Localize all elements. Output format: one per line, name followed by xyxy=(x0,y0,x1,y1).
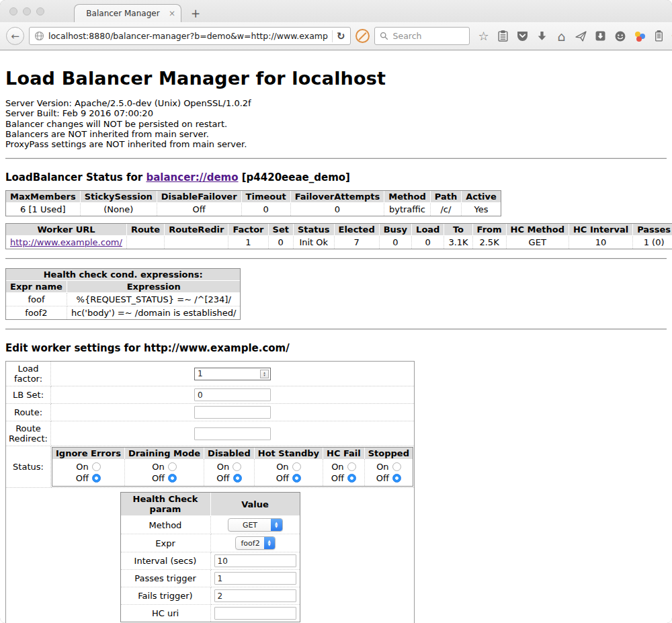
table-header-row: MaxMembers StickySession DisableFailover… xyxy=(6,191,501,203)
minimize-window-button[interactable] xyxy=(23,7,31,15)
feedback-smiley-icon[interactable] xyxy=(614,30,627,43)
back-button[interactable]: ← xyxy=(6,27,24,45)
table-row: Method GET ▲▼ xyxy=(121,516,300,534)
zoom-window-button[interactable] xyxy=(36,7,44,15)
health-check-param-table: Health Check param Value Method GET ▲▼ xyxy=(120,492,300,622)
tab-balancer-manager[interactable]: Balancer Manager × xyxy=(74,4,181,22)
loadbalancer-status-heading: LoadBalancer Status for balancer://demo … xyxy=(5,171,667,183)
form-row-health-check: Health Check param Value Method GET ▲▼ xyxy=(6,488,414,623)
server-version-line: Server Version: Apache/2.5.0-dev (Unix) … xyxy=(5,98,667,108)
radio-ignore-errors-on[interactable] xyxy=(92,462,101,471)
load-factor-input[interactable] xyxy=(194,368,271,380)
divider xyxy=(5,258,667,259)
new-tab-button[interactable]: + xyxy=(187,7,204,20)
battery-extension-icon[interactable] xyxy=(653,30,666,43)
table-header-row: Expr name Expression xyxy=(6,281,240,293)
hc-interval-input[interactable] xyxy=(214,554,296,567)
form-row-load-factor: Load factor: ▴▾ xyxy=(6,362,414,386)
balancer-demo-link[interactable]: balancer://demo xyxy=(146,171,238,183)
save-panel-icon[interactable] xyxy=(594,30,607,43)
radio-hc-fail-off[interactable] xyxy=(347,474,356,483)
tab-bar: Balancer Manager × + xyxy=(0,0,672,22)
balancer-status-table: MaxMembers StickySession DisableFailover… xyxy=(5,190,501,216)
table-row: Fails trigger) xyxy=(121,587,300,605)
table-row: 6 [1 Used] (None) Off 0 0 bytraffic /c/ … xyxy=(6,203,501,216)
worker-status-table: Worker URL Route RouteRedir Factor Set S… xyxy=(5,223,672,249)
server-info: Server Version: Apache/2.5.0-dev (Unix) … xyxy=(5,98,667,149)
radio-hot-standby-on[interactable] xyxy=(292,462,301,471)
url-bar[interactable]: localhost:8880/balancer-manager?b=demo&w… xyxy=(29,27,351,45)
hc-method-select[interactable]: GET ▲▼ xyxy=(228,518,283,532)
table-row: Passes trigger xyxy=(121,570,300,587)
route-redirect-input[interactable] xyxy=(194,427,271,440)
divider xyxy=(5,329,667,330)
table-header-row: Health Check param Value xyxy=(121,493,300,516)
toolbar-icons: ☆ ⌂ xyxy=(477,30,672,43)
route-input[interactable] xyxy=(194,406,271,419)
radio-draining-mode-off[interactable] xyxy=(168,474,177,483)
hc-expr-select[interactable]: foof2 ▲▼ xyxy=(235,536,276,550)
persist-notice-line: Balancer changes will NOT be persisted o… xyxy=(5,119,667,129)
close-window-button[interactable] xyxy=(9,7,17,15)
radio-hc-fail-on[interactable] xyxy=(347,462,356,471)
status-radio-table: Ignore Errors Draining Mode Disabled Hot… xyxy=(52,447,413,487)
form-row-status: Status: Ignore Errors Draining Mode Disa… xyxy=(6,446,414,488)
table-row: Interval (secs) xyxy=(121,552,300,570)
search-icon xyxy=(380,32,388,40)
proxypass-notice-line: ProxyPass settings are NOT inherited fro… xyxy=(5,139,667,149)
bookmark-star-icon[interactable]: ☆ xyxy=(477,30,491,43)
content-blocker-icon[interactable] xyxy=(355,29,370,43)
downloads-icon[interactable] xyxy=(536,30,549,43)
reload-icon[interactable]: ↻ xyxy=(337,30,345,42)
radio-draining-mode-on[interactable] xyxy=(168,462,177,471)
colored-dots-extension-icon[interactable] xyxy=(633,30,646,43)
search-input[interactable] xyxy=(392,30,459,42)
table-header-row: Worker URL Route RouteRedir Factor Set S… xyxy=(6,224,672,236)
navigation-toolbar: ← localhost:8880/balancer-manager?b=demo… xyxy=(0,22,672,50)
divider xyxy=(5,158,667,159)
home-icon[interactable]: ⌂ xyxy=(555,30,569,43)
table-row: http://www.example.com/ 1 0 Init Ok 7 0 … xyxy=(6,236,672,249)
globe-icon xyxy=(34,31,44,41)
inherit-notice-line: Balancers are NOT inherited from main se… xyxy=(5,129,667,139)
window-controls xyxy=(9,7,44,15)
number-stepper-icon[interactable]: ▴▾ xyxy=(260,370,269,378)
form-row-route: Route: xyxy=(6,404,414,421)
table-row: Expr foof2 ▲▼ xyxy=(121,534,300,552)
radio-stopped-on[interactable] xyxy=(392,462,401,471)
worker-settings-form: Load factor: ▴▾ LB Set: Route: Route Red… xyxy=(5,361,415,623)
radio-ignore-errors-off[interactable] xyxy=(92,474,101,483)
radio-disabled-off[interactable] xyxy=(233,474,242,483)
expr-table-title: Health check cond. expressions: xyxy=(6,269,240,281)
search-box[interactable] xyxy=(374,27,470,45)
reading-list-icon[interactable] xyxy=(497,30,510,43)
form-row-route-redirect: Route Redirect: xyxy=(6,421,414,446)
hc-passes-input[interactable] xyxy=(214,572,296,585)
health-check-expressions-table: Health check cond. expressions: Expr nam… xyxy=(5,268,241,320)
edit-worker-heading: Edit worker settings for http://www.exam… xyxy=(5,342,667,354)
lb-set-input[interactable] xyxy=(194,388,271,401)
table-row: foof %{REQUEST_STATUS} =~ /^[234]/ xyxy=(6,293,240,306)
hc-fails-input[interactable] xyxy=(214,589,296,602)
radio-stopped-off[interactable] xyxy=(392,474,401,483)
table-row: foof2 hc('body') =~ /domain is establish… xyxy=(6,306,240,319)
server-built-line: Server Built: Feb 9 2016 07:00:20 xyxy=(5,108,667,118)
select-chevrons-icon: ▲▼ xyxy=(271,519,282,531)
worker-url-link[interactable]: http://www.example.com/ xyxy=(10,237,122,247)
hc-uri-input[interactable] xyxy=(214,607,296,620)
tab-title: Balancer Manager xyxy=(80,9,166,18)
form-row-lb-set: LB Set: xyxy=(6,386,414,404)
select-chevrons-icon: ▲▼ xyxy=(264,537,275,549)
browser-window: Balancer Manager × + ← localhost:8880/ba… xyxy=(0,0,672,623)
table-header-row: Ignore Errors Draining Mode Disabled Hot… xyxy=(52,448,413,459)
pocket-icon[interactable] xyxy=(516,30,530,43)
page-content: Load Balancer Manager for localhost Serv… xyxy=(0,50,672,623)
table-row: HC uri xyxy=(121,605,300,622)
radio-hot-standby-off[interactable] xyxy=(292,474,301,483)
send-plane-icon[interactable] xyxy=(575,30,588,43)
page-title: Load Balancer Manager for localhost xyxy=(5,68,667,89)
status-label: Status: xyxy=(6,446,51,488)
url-text: localhost:8880/balancer-manager?b=demo&w… xyxy=(48,31,328,41)
tab-close-icon[interactable]: × xyxy=(166,9,175,18)
radio-disabled-on[interactable] xyxy=(233,462,241,471)
